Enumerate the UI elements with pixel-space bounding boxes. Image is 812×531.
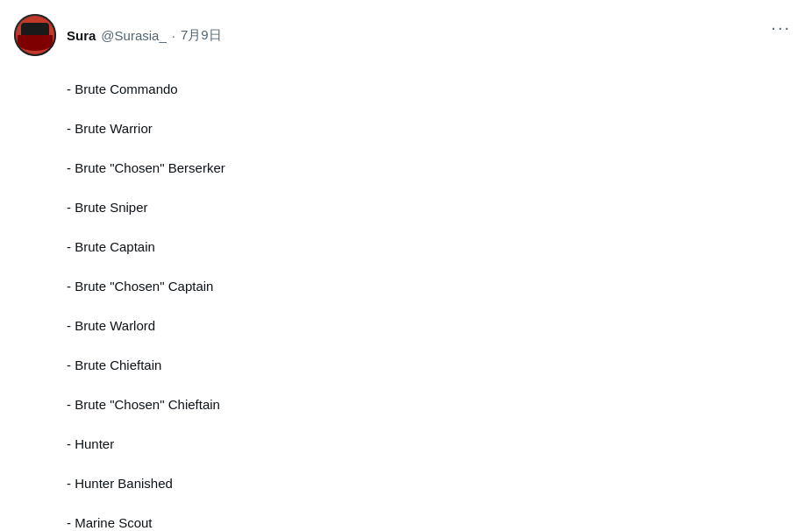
user-name[interactable]: Sura (67, 28, 96, 43)
tweet-line-8: - Brute Chieftain (67, 356, 798, 376)
more-options-button[interactable]: ··· (764, 14, 798, 41)
tweet-line-11: - Hunter Banished (67, 474, 798, 494)
tweet-line-3: - Brute "Chosen" Berserker (67, 159, 798, 179)
tweet-text: - Brute Commando - Brute Warrior - Brute… (67, 60, 798, 531)
tweet-card: Sura @Surasia_ · 7月9日 ··· - Brute Comman… (0, 0, 812, 531)
user-info: Sura @Surasia_ · 7月9日 (67, 27, 222, 44)
avatar[interactable] (14, 14, 56, 56)
tweet-line-2: - Brute Warrior (67, 119, 798, 139)
tweet-line-1: - Brute Commando (67, 80, 798, 100)
user-handle[interactable]: @Surasia_ (101, 28, 166, 43)
tweet-line-12: - Marine Scout (67, 513, 798, 532)
tweet-content: - Brute Commando - Brute Warrior - Brute… (67, 60, 798, 531)
tweet-line-7: - Brute Warlord (67, 316, 798, 336)
tweet-line-6: - Brute "Chosen" Captain (67, 277, 798, 297)
tweet-line-5: - Brute Captain (67, 237, 798, 258)
tweet-line-9: - Brute "Chosen" Chieftain (67, 395, 798, 415)
tweet-header: Sura @Surasia_ · 7月9日 ··· (14, 14, 798, 56)
tweet-line-4: - Brute Sniper (67, 198, 798, 218)
tweet-header-left: Sura @Surasia_ · 7月9日 (14, 14, 222, 56)
dot-separator: · (172, 28, 175, 43)
tweet-line-10: - Hunter (67, 435, 798, 455)
tweet-date[interactable]: 7月9日 (181, 27, 222, 44)
